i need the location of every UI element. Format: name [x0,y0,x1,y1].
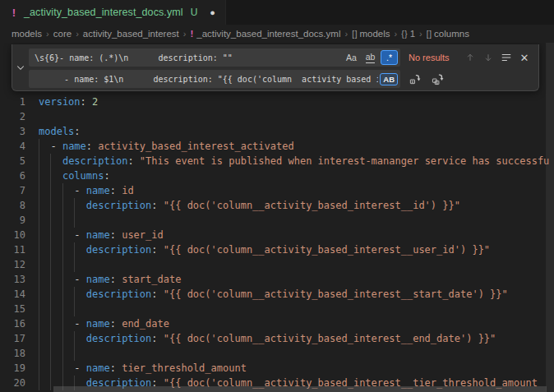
indent-guide [50,213,51,228]
line-number[interactable]: 9 [0,213,25,228]
indent-guide [39,346,39,361]
indent-guide [39,257,39,272]
close-icon[interactable]: ✕ [515,49,533,66]
code-text: - name: activity_based_interest_activate… [25,139,294,154]
breadcrumb-item[interactable]: [ ]columns [427,29,469,39]
regex-icon[interactable]: .* [381,50,398,65]
yaml-alert-icon: ! [190,29,193,39]
line-number[interactable]: 5 [0,154,25,168]
breadcrumb-label: models [359,29,390,39]
code-line[interactable]: 1version: 2 [0,95,554,109]
code-line[interactable]: 10 - name: user_id [0,228,554,242]
tab-title: _activity_based_interest_docs.yml [24,7,183,18]
replace-input[interactable]: - name: $1\n description: "{{ doc('colum… [29,70,400,88]
code-text: version: 2 [25,95,98,109]
breadcrumb-label: _activity_based_interest_docs.yml [196,29,340,39]
code-area[interactable]: 1version: 223models:4 - name: activity_b… [0,95,554,390]
indent-guide [62,213,63,228]
code-line[interactable]: 5 description: "This event is published … [0,154,554,168]
previous-match-icon[interactable] [461,49,479,66]
breadcrumb-item[interactable]: { }1 [401,29,415,39]
breadcrumb-item[interactable]: models [12,29,42,39]
line-number[interactable]: 13 [0,272,25,287]
find-input[interactable]: \s{6}- name: (.*)\n description: "" Aa a… [29,48,400,67]
match-case-icon[interactable]: Aa [343,50,360,65]
line-number[interactable]: 18 [0,346,25,361]
line-number[interactable]: 19 [0,361,25,376]
code-text: columns: [25,168,110,183]
whole-word-icon[interactable]: ab [362,50,379,65]
code-line[interactable]: 17 description: "{{ doc('column__activit… [0,331,554,346]
line-number[interactable]: 16 [0,316,25,331]
breadcrumb-item[interactable]: !_activity_based_interest_docs.yml [190,29,340,39]
code-text: - name: id [25,183,134,198]
code-text: models: [25,124,81,139]
code-text [25,257,39,272]
code-line[interactable]: 12 [0,257,554,272]
replace-value-text: - name: $1\n description: "{{ doc('colum… [35,75,378,84]
symbol-array-icon: [ ] [352,30,356,39]
breadcrumb-label: models [12,29,42,39]
code-line[interactable]: 11 description: "{{ doc('column__activit… [0,242,554,257]
symbol-object-icon: { } [401,30,406,39]
next-match-icon[interactable] [479,49,497,66]
tab-active-yml-file[interactable]: ! _activity_based_interest_docs.yml U ● [0,0,226,25]
replace-all-icon[interactable] [428,71,446,87]
line-number[interactable]: 15 [0,302,25,316]
line-number[interactable]: 20 [0,376,25,390]
code-line[interactable]: 8 description: "{{ doc('column__activity… [0,198,554,213]
line-number[interactable]: 17 [0,331,25,346]
code-text: description: "{{ doc('column__activity_b… [25,331,496,346]
symbol-array-icon: [ ] [427,30,431,39]
code-text: - name: end_date [25,316,169,331]
code-line[interactable]: 3models: [0,124,554,139]
indent-guide [62,346,63,361]
line-number[interactable]: 1 [0,95,25,109]
indent-guide [50,257,51,272]
code-line[interactable]: 15 [0,302,554,316]
breadcrumb-item[interactable]: [ ]models [352,29,390,39]
code-line[interactable]: 4 - name: activity_based_interest_activa… [0,139,554,154]
tab-dirty-indicator[interactable]: ● [210,7,215,17]
code-text [25,213,39,228]
code-text: description: "This event is published wh… [25,154,549,168]
line-number[interactable]: 11 [0,242,25,257]
code-line[interactable]: 18 [0,346,554,361]
indent-guide [74,302,75,316]
horizontal-scrollbar[interactable] [53,386,547,392]
line-number[interactable]: 10 [0,228,25,242]
breadcrumb-item[interactable]: activity_based_interest [83,29,179,39]
code-text: - name: user_id [25,228,164,242]
vscode-window: ! _activity_based_interest_docs.yml U ● … [0,0,554,392]
line-number[interactable]: 8 [0,198,25,213]
breadcrumb-separator: › [419,29,422,39]
breadcrumb-item[interactable]: core [53,29,72,39]
indent-guide [62,302,63,316]
code-line[interactable]: 9 [0,213,554,228]
line-number[interactable]: 3 [0,124,25,139]
line-number[interactable]: 14 [0,287,25,302]
code-line[interactable]: 19 - name: tier_threshold_amount [0,361,554,376]
replace-one-icon[interactable] [405,71,423,87]
line-number[interactable]: 7 [0,183,25,198]
line-number[interactable]: 6 [0,168,25,183]
editor-pane[interactable]: \s{6}- name: (.*)\n description: "" Aa a… [0,43,554,392]
code-line[interactable]: 7 - name: id [0,183,554,198]
code-line[interactable]: 14 description: "{{ doc('column__activit… [0,287,554,302]
line-number[interactable]: 2 [0,109,25,124]
toggle-replace-button[interactable] [12,44,28,90]
line-number[interactable]: 4 [0,139,25,154]
code-line[interactable]: 13 - name: start_date [0,272,554,287]
code-line[interactable]: 6 columns: [0,168,554,183]
breadcrumb-label: activity_based_interest [83,29,179,39]
code-line[interactable]: 2 [0,109,554,124]
indent-guide [74,213,75,228]
chevron-down-icon [16,62,25,72]
vertical-scrollbar[interactable] [546,43,554,392]
indent-guide [50,302,51,316]
find-in-selection-icon[interactable] [497,49,515,66]
preserve-case-icon[interactable]: AB [380,73,398,85]
line-number[interactable]: 12 [0,257,25,272]
code-line[interactable]: 16 - name: end_date [0,316,554,331]
find-status: No results [409,53,450,62]
